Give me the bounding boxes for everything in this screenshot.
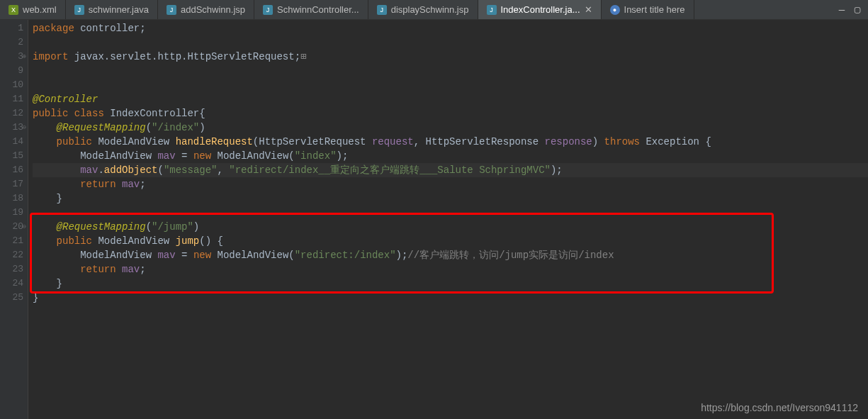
tab-label: SchwinnController... (277, 4, 359, 15)
code-line: ModelAndView mav = new ModelAndView("red… (33, 248, 868, 262)
line-number: 1 (0, 21, 23, 35)
line-number: 23 (0, 262, 23, 276)
code-line: package controller; (33, 21, 868, 35)
line-number: 21 (0, 234, 23, 248)
line-number: 11 (0, 92, 23, 106)
code-line: ModelAndView mav = new ModelAndView("ind… (33, 149, 868, 163)
tab-label: web.xml (23, 4, 57, 15)
code-line: mav.addObject("message", "redirect/index… (33, 163, 868, 177)
line-number: 14 (0, 135, 23, 149)
jsp-icon: J (377, 5, 387, 15)
tab-label: addSchwinn.jsp (181, 4, 245, 15)
code-line: return mav; (33, 262, 868, 276)
line-number: 13⊖ (0, 121, 23, 135)
code-line (33, 206, 868, 220)
java-icon: J (74, 5, 84, 15)
tab-bar: X web.xml J schwinner.java J addSchwinn.… (0, 0, 868, 20)
xml-icon: X (9, 5, 18, 15)
line-number: 12 (0, 106, 23, 121)
code-line: @RequestMapping("/index") (33, 121, 868, 135)
line-number: 19 (0, 206, 23, 220)
tab-inserttitle[interactable]: ● Insert title here (602, 0, 694, 19)
line-number: 16 (0, 163, 23, 177)
code-line: public class IndexController{ (33, 106, 868, 121)
line-number: 22 (0, 248, 23, 262)
tab-label: displaySchwinn.jsp (391, 4, 469, 15)
code-line: @RequestMapping("/jump") (33, 220, 868, 234)
tab-label: schwinner.java (89, 4, 149, 15)
code-line (33, 35, 868, 50)
java-icon: J (487, 5, 497, 15)
line-number: 24 (0, 276, 23, 291)
code-line: } (33, 291, 868, 305)
line-number: 2 (0, 35, 23, 50)
code-line: } (33, 276, 868, 291)
line-number: 9 (0, 64, 23, 78)
tab-displayschwinn[interactable]: J displaySchwinn.jsp (368, 0, 478, 19)
line-number: 18 (0, 191, 23, 206)
tab-label: IndexController.ja... (501, 4, 580, 15)
code-line: @Controller (33, 92, 868, 106)
code-area[interactable]: package controller; import javax.servlet… (28, 20, 868, 419)
maximize-icon[interactable]: ▢ (852, 5, 862, 15)
code-line: import javax.servlet.http.HttpServletReq… (33, 50, 868, 64)
tab-schwinncontroller[interactable]: J SchwinnController... (254, 0, 368, 19)
code-line: } (33, 191, 868, 206)
watermark: https://blog.csdn.net/Iverson941112 (701, 402, 858, 413)
tab-indexcontroller[interactable]: J IndexController.ja... ✕ (478, 0, 602, 19)
code-line: public ModelAndView jump() { (33, 234, 868, 248)
minimize-icon[interactable]: — (837, 5, 847, 15)
code-line: return mav; (33, 177, 868, 191)
jsp-icon: J (167, 5, 176, 15)
window-controls: — ▢ (837, 0, 868, 19)
line-number: 10 (0, 78, 23, 92)
code-line (33, 64, 868, 78)
gutter: 1 2 3⊕ 9 10 11 12 13⊖ 14 15 16 17 18 19 … (0, 20, 28, 419)
line-number: 17 (0, 177, 23, 191)
code-line: public ModelAndView handleRequest(HttpSe… (33, 135, 868, 149)
web-icon: ● (610, 5, 620, 15)
tab-webxml[interactable]: X web.xml (0, 0, 66, 19)
tab-label: Insert title here (624, 4, 685, 15)
close-icon[interactable]: ✕ (585, 4, 592, 15)
line-number: 20⊖ (0, 220, 23, 234)
tab-schwinner[interactable]: J schwinner.java (66, 0, 158, 19)
code-line (33, 78, 868, 92)
line-number: 15 (0, 149, 23, 163)
line-number: 3⊕ (0, 50, 23, 64)
line-number: 25 (0, 291, 23, 305)
tab-addschwinn[interactable]: J addSchwinn.jsp (158, 0, 254, 19)
java-icon: J (263, 5, 273, 15)
editor: 1 2 3⊕ 9 10 11 12 13⊖ 14 15 16 17 18 19 … (0, 20, 868, 419)
